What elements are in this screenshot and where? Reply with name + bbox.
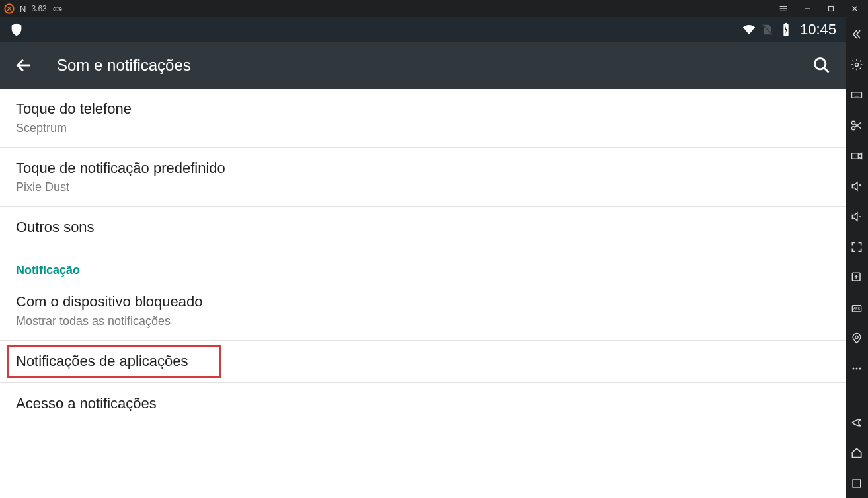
setting-title: Com o dispositivo bloqueado: [16, 292, 830, 312]
settings-list: Toque do telefone Sceptrum Toque de noti…: [0, 89, 846, 498]
wifi-icon: [742, 22, 756, 37]
device-screen: 10:45 Som e notificações Toque do telefo…: [0, 17, 846, 498]
svg-marker-31: [852, 213, 857, 221]
setting-title: Toque do telefone: [16, 99, 830, 119]
setting-phone-ringtone[interactable]: Toque do telefone Sceptrum: [0, 89, 846, 148]
android-recent-icon[interactable]: [846, 469, 868, 498]
android-home-icon[interactable]: [846, 439, 868, 468]
window-maximize-button[interactable]: [822, 1, 840, 16]
setting-title: Notificações de aplicações: [16, 351, 830, 371]
setting-other-sounds[interactable]: Outros sons: [0, 207, 846, 249]
svg-point-5: [59, 9, 60, 10]
svg-text:APK: APK: [853, 306, 861, 310]
svg-marker-28: [852, 182, 857, 190]
collapse-toolbar-icon[interactable]: [846, 20, 868, 49]
svg-rect-15: [852, 92, 862, 98]
svg-point-38: [855, 336, 858, 338]
scissors-icon[interactable]: [846, 111, 868, 140]
keyboard-icon[interactable]: [846, 81, 868, 110]
android-back-icon[interactable]: [846, 408, 868, 437]
setting-app-notifications[interactable]: Notificações de aplicações: [0, 341, 846, 384]
window-close-button[interactable]: [846, 1, 864, 16]
svg-point-39: [853, 368, 855, 370]
add-instance-icon[interactable]: [846, 263, 868, 292]
gamepad-icon: [52, 3, 63, 14]
hamburger-menu-icon[interactable]: [774, 1, 793, 16]
svg-point-41: [859, 368, 861, 370]
emulator-name: N: [20, 4, 26, 14]
setting-notification-access[interactable]: Acesso a notificações: [0, 383, 846, 425]
svg-rect-7: [829, 7, 834, 11]
svg-point-14: [855, 63, 859, 67]
setting-value: Pixie Dust: [16, 180, 830, 194]
svg-line-13: [824, 68, 829, 73]
status-clock: 10:45: [800, 21, 836, 38]
setting-device-locked[interactable]: Com o dispositivo bloqueado Mostrar toda…: [0, 281, 846, 341]
fullscreen-icon[interactable]: [846, 232, 868, 262]
shield-icon: [9, 22, 24, 37]
back-arrow-icon[interactable]: [15, 56, 33, 75]
svg-rect-26: [852, 153, 859, 159]
android-status-bar: 10:45: [0, 17, 846, 42]
svg-rect-10: [785, 23, 787, 24]
settings-gear-icon[interactable]: [846, 50, 868, 79]
appbar: Som e notificações: [0, 42, 846, 89]
setting-title: Outros sons: [16, 217, 830, 237]
window-minimize-button[interactable]: [798, 1, 816, 16]
apk-install-icon[interactable]: APK: [846, 293, 868, 322]
emulator-right-toolbar: APK: [846, 17, 868, 498]
svg-rect-42: [853, 480, 861, 487]
svg-point-40: [856, 368, 858, 370]
no-sim-icon: [760, 22, 775, 37]
setting-value: Sceptrum: [16, 122, 830, 135]
svg-point-12: [815, 59, 826, 69]
location-icon[interactable]: [846, 324, 868, 353]
emulator-logo-icon: [4, 3, 15, 14]
volume-down-icon[interactable]: [846, 202, 868, 231]
video-record-icon[interactable]: [846, 141, 868, 170]
search-icon[interactable]: [812, 56, 831, 75]
volume-up-icon[interactable]: [846, 172, 868, 201]
emulator-titlebar: N 3.63: [0, 0, 868, 17]
more-options-icon[interactable]: [846, 354, 868, 383]
svg-point-4: [59, 8, 59, 9]
setting-title: Toque de notificação predefinido: [16, 159, 830, 178]
setting-notification-ringtone[interactable]: Toque de notificação predefinido Pixie D…: [0, 148, 846, 207]
setting-title: Acesso a notificações: [16, 394, 830, 413]
emulator-version: 3.63: [31, 4, 46, 13]
section-header-notification: Notificação: [0, 249, 846, 281]
setting-value: Mostrar todas as notificações: [16, 314, 830, 328]
battery-charging-icon: [779, 22, 793, 37]
page-title: Som e notificações: [57, 56, 789, 75]
